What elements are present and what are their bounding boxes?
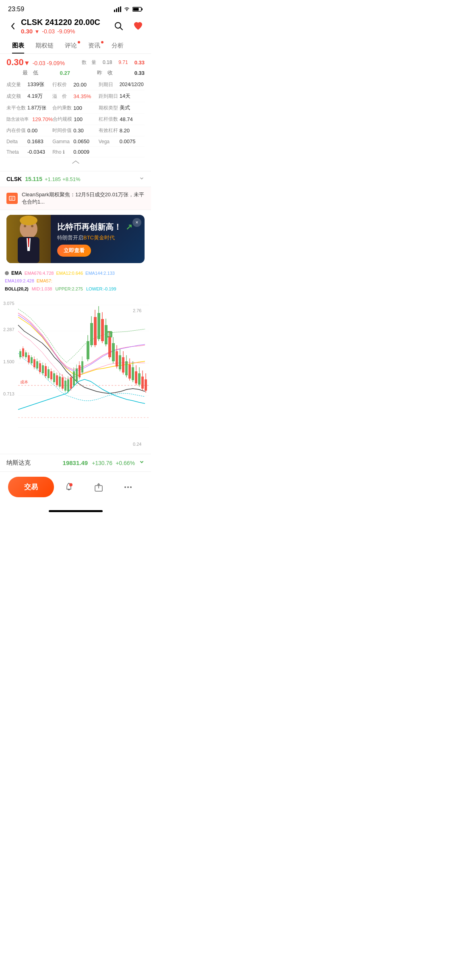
header-change: -0.03 bbox=[42, 28, 55, 35]
ema169-label: EMA169:2.428 bbox=[5, 278, 34, 283]
favorite-button[interactable] bbox=[132, 20, 145, 33]
ad-close-button[interactable]: × bbox=[132, 218, 141, 227]
ema676-label: EMA676:4.728 bbox=[25, 271, 54, 276]
svg-text:2.76: 2.76 bbox=[133, 308, 141, 313]
ema144-label: EMA144:2.133 bbox=[85, 271, 115, 276]
ticker-price: 19831.49 bbox=[63, 459, 88, 466]
svg-text:B: B bbox=[108, 332, 110, 337]
tab-comments[interactable]: 评论 bbox=[59, 38, 83, 54]
tab-chain[interactable]: 期权链 bbox=[30, 38, 59, 54]
news-text: CleanSpark期权聚焦：12月5日成交20.01万张，未平仓合约1... bbox=[22, 191, 145, 206]
big-price: 0.30▼ bbox=[6, 57, 30, 68]
svg-point-16 bbox=[24, 225, 26, 227]
tabs-bar: 图表 期权链 评论 资讯 分析 bbox=[0, 38, 151, 54]
heart-icon bbox=[133, 22, 143, 31]
ticker-name: 纳斯达克 bbox=[6, 459, 63, 467]
svg-line-8 bbox=[120, 27, 122, 30]
status-time: 23:59 bbox=[8, 6, 24, 13]
trade-button[interactable]: 交易 bbox=[8, 477, 54, 497]
chart-legend: EMA EMA676:4.728 EMA12:0.646 EMA144:2.13… bbox=[0, 268, 151, 286]
wifi-icon bbox=[124, 7, 130, 12]
svg-text:3.075: 3.075 bbox=[3, 301, 14, 306]
clsk-change: +1.185 bbox=[45, 176, 61, 182]
bottom-nav: 交易 bbox=[0, 471, 151, 509]
data-section: 0.30▼ -0.03 -9.09% 数 量 0.18 9.71 0.33 最 … bbox=[0, 54, 151, 171]
svg-text:0.24: 0.24 bbox=[133, 442, 141, 447]
svg-point-124 bbox=[130, 486, 132, 488]
search-icon bbox=[114, 22, 123, 31]
clsk-bar[interactable]: CLSK 15.115 +1.185 +8.51% bbox=[0, 171, 151, 187]
ad-figure bbox=[6, 215, 51, 263]
svg-point-17 bbox=[31, 225, 33, 227]
home-indicator-area bbox=[0, 509, 151, 519]
news-bar[interactable]: CleanSpark期权聚焦：12月5日成交20.01万张，未平仓合约1... bbox=[0, 187, 151, 210]
status-bar: 23:59 bbox=[0, 0, 151, 16]
svg-text:0.713: 0.713 bbox=[3, 391, 14, 396]
home-indicator bbox=[49, 510, 103, 512]
boll-legend: BOLL(20,2) MID:1.038 UPPER:2.275 LOWER:-… bbox=[0, 286, 151, 293]
svg-point-123 bbox=[127, 486, 129, 488]
boll-upper: UPPER:2.275 bbox=[55, 286, 83, 291]
chart-area[interactable]: 3.075 2.287 1.500 0.713 2.76 0.24 成本 bbox=[0, 293, 151, 454]
more-button[interactable] bbox=[113, 482, 143, 492]
tab-chart[interactable]: 图表 bbox=[6, 38, 30, 54]
svg-rect-9 bbox=[9, 196, 15, 200]
ema-icon bbox=[5, 271, 9, 275]
bottom-ticker[interactable]: 纳斯达克 19831.49 +130.76 +0.66% bbox=[0, 454, 151, 471]
collapse-button[interactable] bbox=[6, 157, 145, 168]
header-change-pct: -9.09% bbox=[57, 28, 75, 35]
ad-banner: × 比特币再创新高！ ↗ 特朗普开启BTC黄金时代 立即查看 bbox=[6, 215, 145, 263]
ema-label: EMA bbox=[11, 270, 22, 276]
svg-text:2.287: 2.287 bbox=[3, 327, 14, 332]
svg-rect-19 bbox=[0, 293, 151, 454]
clsk-pct: +8.51% bbox=[62, 176, 80, 182]
boll-lower: LOWER:-0.199 bbox=[86, 286, 116, 291]
news-icon bbox=[6, 193, 18, 204]
ema12-label: EMA12:0.646 bbox=[56, 271, 83, 276]
svg-rect-5 bbox=[142, 8, 143, 10]
more-icon bbox=[123, 482, 133, 492]
svg-point-18 bbox=[20, 216, 37, 225]
ticker-change: +130.76 bbox=[92, 460, 112, 466]
bell-icon bbox=[64, 482, 74, 492]
signal-icon bbox=[114, 6, 121, 12]
ema57-label: EMA57: bbox=[37, 278, 52, 283]
svg-point-119 bbox=[69, 483, 72, 486]
big-change: -0.03 -9.09% bbox=[33, 60, 65, 66]
prev-close: 0.33 bbox=[134, 70, 145, 76]
svg-rect-3 bbox=[120, 6, 121, 12]
share-button[interactable] bbox=[84, 482, 114, 492]
ticker-pct: +0.66% bbox=[116, 460, 135, 466]
ad-content: 比特币再创新高！ ↗ 特朗普开启BTC黄金时代 立即查看 bbox=[51, 217, 145, 261]
boll-label: BOLL(20,2) bbox=[5, 286, 29, 291]
clsk-price: 15.115 bbox=[25, 176, 42, 182]
candlestick-chart: 3.075 2.287 1.500 0.713 2.76 0.24 成本 bbox=[0, 293, 151, 454]
low-price: 0.27 bbox=[60, 70, 97, 76]
alert-button[interactable] bbox=[54, 482, 84, 492]
svg-rect-6 bbox=[133, 8, 139, 11]
ticker-expand-icon bbox=[139, 459, 145, 467]
comments-dot bbox=[78, 41, 80, 43]
status-icons bbox=[114, 6, 143, 12]
boll-mid: MID:1.038 bbox=[32, 286, 52, 291]
back-button[interactable] bbox=[6, 20, 19, 33]
clsk-expand-icon bbox=[139, 175, 145, 183]
svg-rect-0 bbox=[114, 10, 115, 12]
ad-cta-button[interactable]: 立即查看 bbox=[57, 245, 91, 257]
svg-point-122 bbox=[124, 486, 126, 488]
svg-text:1.500: 1.500 bbox=[3, 359, 14, 364]
header-title-area: CLSK 241220 20.00C 0.30 ▼ -0.03 -9.09% bbox=[19, 18, 112, 35]
header-price: 0.30 ▼ bbox=[21, 28, 39, 35]
share-icon bbox=[94, 482, 103, 492]
search-button[interactable] bbox=[112, 20, 125, 33]
news-dot bbox=[101, 41, 103, 43]
ad-subtitle: 特朗普开启BTC黄金时代 bbox=[57, 234, 138, 241]
tab-news[interactable]: 资讯 bbox=[83, 38, 106, 54]
svg-rect-1 bbox=[116, 8, 117, 12]
tab-analysis[interactable]: 分析 bbox=[106, 38, 129, 54]
header-symbol: CLSK 241220 20.00C bbox=[21, 18, 112, 27]
header: CLSK 241220 20.00C 0.30 ▼ -0.03 -9.09% bbox=[0, 16, 151, 38]
svg-text:成本: 成本 bbox=[20, 380, 28, 384]
svg-rect-2 bbox=[118, 7, 119, 12]
battery-icon bbox=[132, 6, 143, 12]
